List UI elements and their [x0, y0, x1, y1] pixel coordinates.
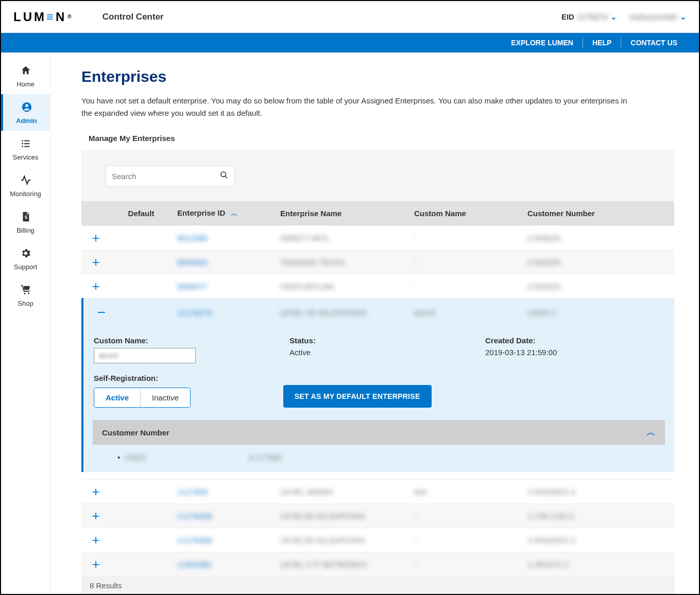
- search-input[interactable]: [112, 172, 220, 181]
- cell-enterprise-name: LEVEL38 VALIDATIONS: [280, 512, 365, 520]
- cell-enterprise-id[interactable]: 9904377: [177, 282, 207, 291]
- search-input-wrap: [105, 165, 235, 187]
- svg-text:$: $: [25, 215, 27, 220]
- col-enterprise-id[interactable]: Enterprise ID ︿: [172, 201, 275, 226]
- page-title: Enterprises: [81, 68, 674, 85]
- nav-help[interactable]: HELP: [583, 38, 621, 47]
- sidebar-item-monitoring[interactable]: Monitoring: [1, 167, 50, 204]
- sidebar-item-label: Support: [14, 263, 38, 271]
- section-heading: Manage My Enterprises: [89, 134, 674, 143]
- self-registration-label: Self-Registration:: [94, 374, 191, 382]
- cell-custom-name: -: [414, 258, 417, 267]
- table-row: + 9904377 CENTURYLINK - 2-500029: [81, 274, 674, 299]
- cell-customer-number: 2-500029: [527, 234, 560, 242]
- sidebar-item-admin[interactable]: Admin: [1, 94, 50, 131]
- customer-number-accordion-header[interactable]: Customer Number ︿: [93, 420, 665, 445]
- enterprises-table: Default Enterprise ID ︿ Enterprise Name …: [81, 201, 674, 576]
- invoice-icon: $: [20, 211, 31, 224]
- sidebar-item-label: Services: [13, 153, 39, 161]
- customer-number-heading: Customer Number: [102, 428, 169, 437]
- expand-row-button[interactable]: +: [87, 509, 105, 522]
- sidebar-item-billing[interactable]: $ Billing: [1, 204, 50, 240]
- cell-custom-name: dev03: [414, 308, 435, 317]
- cell-enterprise-id[interactable]: 11176273: [177, 308, 212, 317]
- table-row: + 11176408 LEVEL38 VALIDATIONS - 1-708-1…: [81, 504, 674, 528]
- custom-name-input[interactable]: [94, 348, 196, 363]
- cell-customer-number: 10002-2: [527, 308, 556, 317]
- custom-name-label: Custom Name:: [94, 336, 279, 345]
- collapse-row-button[interactable]: −: [93, 304, 110, 321]
- sidebar: Home Admin Services Monitoring $ Billing: [1, 52, 50, 594]
- cell-enterprise-id[interactable]: 11176408: [177, 512, 212, 520]
- cell-enterprise-id[interactable]: 11176408: [177, 536, 212, 545]
- svg-point-6: [22, 146, 23, 147]
- svg-rect-5: [24, 143, 29, 144]
- sort-asc-icon: ︿: [231, 209, 237, 217]
- sidebar-item-home[interactable]: Home: [1, 58, 50, 94]
- cell-enterprise-id[interactable]: 9903463: [177, 258, 207, 267]
- set-default-enterprise-button[interactable]: SET AS MY DEFAULT ENTERPRISE: [283, 385, 432, 408]
- col-enterprise-name[interactable]: Enterprise Name: [275, 201, 409, 226]
- toggle-inactive[interactable]: Inactive: [140, 388, 190, 407]
- activity-icon: [20, 174, 31, 188]
- expand-row-button[interactable]: +: [87, 255, 105, 269]
- table-row: + 9011089 DIRECT MFG - 2-500029: [81, 226, 674, 250]
- cell-custom-name: -: [414, 282, 417, 291]
- enterprises-panel: Default Enterprise ID ︿ Enterprise Name …: [81, 150, 674, 594]
- cell-customer-number: 2-50420001-2: [527, 536, 575, 545]
- app-title: Control Center: [103, 12, 164, 22]
- col-expand: [81, 201, 110, 226]
- cell-customer-number: 2-50420001-2: [527, 487, 575, 496]
- status-label: Status:: [289, 336, 475, 345]
- custnum-b: 4-177980: [249, 453, 281, 462]
- col-default[interactable]: Default: [110, 201, 172, 226]
- col-enterprise-id-label: Enterprise ID: [177, 208, 225, 217]
- sidebar-item-label: Monitoring: [10, 190, 41, 198]
- custnum-a: 10002: [125, 453, 146, 462]
- cell-enterprise-name: DIRECT MFG: [280, 234, 328, 242]
- expand-row-button[interactable]: +: [87, 279, 105, 293]
- cell-enterprise-name: TRAINING TEXAS: [280, 258, 345, 267]
- created-date-label: Created Date:: [485, 336, 664, 345]
- cell-customer-number: 2-500029: [527, 258, 560, 267]
- svg-point-11: [221, 172, 226, 177]
- main-content: Enterprises You have not set a default e…: [50, 52, 699, 594]
- table-row: + 9903463 TRAINING TEXAS - 2-500029: [81, 250, 674, 274]
- table-row: + 11176408 LEVEL38 VALIDATIONS - 2-50420…: [81, 528, 674, 552]
- customer-number-row: • 10002 4-177980: [117, 453, 660, 462]
- nav-contact-us[interactable]: CONTACT US: [621, 38, 687, 47]
- cell-enterprise-id[interactable]: 9011089: [177, 234, 207, 242]
- page-description: You have not set a default enterprise. Y…: [81, 95, 638, 119]
- user-circle-icon: [21, 101, 32, 115]
- col-customer-number[interactable]: Customer Number: [522, 201, 674, 226]
- eid-dropdown[interactable]: EID 1176273 ⌄: [561, 12, 617, 22]
- search-icon[interactable]: [220, 171, 228, 181]
- cell-custom-name: -: [414, 234, 417, 242]
- sidebar-item-services[interactable]: Services: [1, 131, 50, 167]
- cell-enterprise-name: LEVEL38 VALIDATIONS: [280, 536, 365, 545]
- self-registration-toggle: Active Inactive: [94, 388, 191, 408]
- expand-row-button[interactable]: +: [87, 533, 105, 547]
- toggle-active[interactable]: Active: [94, 388, 140, 407]
- cell-customer-number: 2-500029: [527, 282, 560, 291]
- nav-explore-lumen[interactable]: EXPLORE LUMEN: [502, 38, 583, 47]
- sidebar-item-label: Home: [16, 80, 35, 88]
- user-dropdown[interactable]: mahousstaki ⌄: [629, 12, 687, 22]
- cell-enterprise-name: CENTURYLINK: [280, 282, 335, 291]
- home-icon: [20, 65, 31, 78]
- cell-custom-name: test: [414, 487, 426, 496]
- cell-enterprise-id[interactable]: 11910382: [177, 560, 212, 569]
- results-count: 8 Results: [81, 576, 674, 594]
- expand-row-button[interactable]: +: [87, 557, 105, 571]
- col-custom-name[interactable]: Custom Name: [409, 201, 522, 226]
- sidebar-item-support[interactable]: Support: [1, 240, 50, 277]
- cell-custom-name: -: [414, 512, 417, 520]
- sidebar-item-label: Shop: [18, 300, 33, 307]
- svg-line-12: [225, 176, 227, 178]
- status-value: Active: [289, 348, 475, 357]
- cell-enterprise-id[interactable]: 1117003: [177, 487, 207, 496]
- expand-row-button[interactable]: +: [87, 485, 105, 498]
- expand-row-button[interactable]: +: [87, 231, 105, 244]
- svg-point-9: [24, 293, 25, 294]
- sidebar-item-shop[interactable]: Shop: [1, 277, 50, 313]
